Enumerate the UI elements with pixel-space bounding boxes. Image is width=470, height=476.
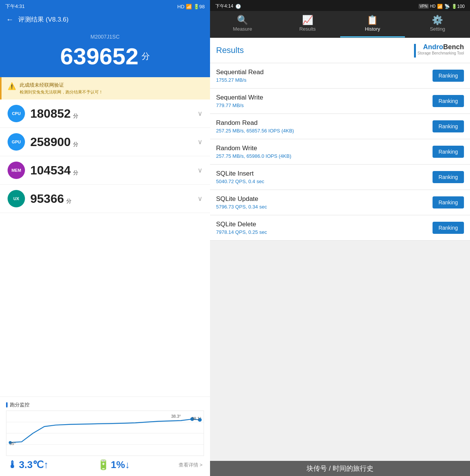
left-panel: 下午4:31 HD 📶 🔋98 ← 评测结果 (V8.3.6) M2007J1S… [0,0,210,476]
benchmark-row-rand-write: Random Write 257.75 MB/s, 65986.0 IOPS (… [210,139,470,165]
gpu-score-item[interactable]: GPU 258900 分 ∨ [0,128,210,156]
ux-score-item[interactable]: UX 95366 分 ∨ [0,185,210,213]
cpu-chevron-icon: ∨ [198,109,202,118]
seq-read-value: 1755.27 MB/s [216,77,264,83]
left-status-bar: 下午4:31 HD 📶 🔋98 [0,0,210,11]
tab-measure[interactable]: 🔍 Measure [210,11,275,37]
seq-read-info: Sequential Read 1755.27 MB/s [216,68,264,83]
page-title: 评测结果 (V8.3.6) [18,15,68,24]
battery-right-icon: 🔋100 [451,4,465,9]
score-value: 639652 [60,43,139,70]
tab-history[interactable]: 📋 History [340,11,405,37]
monitoring-section: 跑分监控 35° 38.3° 38.1° 🌡 [0,397,210,476]
seq-write-name: Sequential Write [216,94,263,101]
gpu-score: 258900 分 [30,135,198,149]
detail-link[interactable]: 查看详情 > [179,462,202,468]
mem-score-item[interactable]: MEM 104534 分 ∨ [0,156,210,185]
results-icon: 📈 [302,16,313,25]
right-status-right: VPN HD 📶 📡 🔋100 [419,4,465,9]
benchmark-row-seq-read: Sequential Read 1755.27 MB/s Ranking [210,63,470,89]
right-time: 下午4:14 [215,3,233,9]
warning-subtitle: 检测到安兔兔无法联网，跑分结果不予认可！ [20,89,103,95]
rand-write-info: Random Write 257.75 MB/s, 65986.0 IOPS (… [216,145,291,159]
rand-read-info: Random Read 257.25 MB/s, 65857.56 IOPS (… [216,119,294,134]
svg-point-4 [190,417,194,421]
monitoring-title: 跑分监控 [6,401,204,408]
sqlite-insert-name: SQLite Insert [216,170,264,177]
sqlite-update-info: SQLite Update 5796.73 QPS, 0.34 sec [216,195,267,210]
mem-score: 104534 分 [30,163,198,177]
left-time: 下午4:31 [5,3,25,10]
gpu-chevron-icon: ∨ [198,138,202,146]
sqlite-insert-info: SQLite Insert 5040.72 QPS, 0.4 sec [216,170,264,184]
ux-chevron-icon: ∨ [198,194,202,203]
seq-read-name: Sequential Read [216,68,264,76]
ux-badge: UX [8,190,25,207]
right-status-left: 下午4:14 🕐 [215,3,241,9]
warning-icon: ⚠️ [8,82,16,90]
rand-read-name: Random Read [216,119,294,127]
seq-write-ranking-button[interactable]: Ranking [433,95,464,107]
setting-label: Setting [430,26,445,32]
results-label: Results [299,26,316,32]
tabs-bar: 🔍 Measure 📈 Results 📋 History ⚙️ Setting [210,11,470,38]
results-header: Results AndroBench Storage Benchmarking … [210,38,470,63]
mem-badge: MEM [8,162,25,179]
rand-read-value: 257.25 MB/s, 65857.56 IOPS (4KB) [216,128,294,134]
gpu-badge: GPU [8,133,25,151]
watermark-footer: 块传号 / 时间的旅行史 [210,461,470,476]
sqlite-delete-name: SQLite Delete [216,221,267,228]
results-section-title: Results [216,45,244,55]
temp-change-stat: 🌡 3.3℃↑ [8,459,48,471]
main-score: 639652 分 [0,43,210,70]
rand-write-ranking-button[interactable]: Ranking [433,146,464,158]
signal-icon: HD 📶 [177,4,192,9]
warning-title: 此成绩未经联网验证 [20,82,103,89]
tab-results[interactable]: 📈 Results [275,11,340,37]
benchmark-row-sqlite-delete: SQLite Delete 7978.14 QPS, 0.25 sec Rank… [210,215,470,241]
battery-level: 🔋98 [193,4,205,9]
logo-bar: AndroBench Storage Benchmarking Tool [414,43,464,58]
sqlite-insert-value: 5040.72 QPS, 0.4 sec [216,179,264,184]
svg-point-5 [198,418,202,422]
thermometer-icon: 🌡 [8,459,17,471]
score-items-list: CPU 180852 分 ∨ GPU 258900 分 ∨ MEM 104534… [0,100,210,397]
sqlite-delete-value: 7978.14 QPS, 0.25 sec [216,229,267,235]
back-button[interactable]: ← [6,15,14,24]
rand-read-ranking-button[interactable]: Ranking [433,120,464,132]
sqlite-update-name: SQLite Update [216,195,267,203]
setting-icon: ⚙️ [432,16,443,25]
sqlite-delete-ranking-button[interactable]: Ranking [433,222,464,234]
benchmark-row-sqlite-update: SQLite Update 5796.73 QPS, 0.34 sec Rank… [210,190,470,215]
tab-setting[interactable]: ⚙️ Setting [405,11,470,37]
sqlite-delete-info: SQLite Delete 7978.14 QPS, 0.25 sec [216,221,267,235]
score-unit: 分 [142,51,150,62]
rand-write-name: Random Write [216,145,291,152]
benchmark-row-rand-read: Random Read 257.25 MB/s, 65857.56 IOPS (… [210,114,470,139]
logo-blue-bar [414,44,416,58]
seq-read-ranking-button[interactable]: Ranking [433,70,464,82]
benchmark-row-sqlite-insert: SQLite Insert 5040.72 QPS, 0.4 sec Ranki… [210,165,470,190]
svg-point-3 [9,441,12,444]
sqlite-update-ranking-button[interactable]: Ranking [433,196,464,208]
rand-write-value: 257.75 MB/s, 65986.0 IOPS (4KB) [216,153,291,159]
vpn-label: VPN [419,4,429,9]
watermark-text: 块传号 / 时间的旅行史 [307,465,374,472]
battery-stat-icon: 🔋 [97,459,109,471]
brand-subtitle: Storage Benchmarking Tool [417,51,464,55]
cpu-badge: CPU [8,105,25,122]
temperature-chart: 35° 38.3° 38.1° [6,411,204,456]
mem-chevron-icon: ∨ [198,166,202,174]
cpu-score-item[interactable]: CPU 180852 分 ∨ [0,100,210,128]
warning-banner: ⚠️ 此成绩未经联网验证 检测到安兔兔无法联网，跑分结果不予认可！ [0,77,210,100]
benchmark-list: Sequential Read 1755.27 MB/s Ranking Seq… [210,63,470,461]
sqlite-insert-ranking-button[interactable]: Ranking [433,171,464,183]
seq-write-value: 779.77 MB/s [216,103,263,108]
brand-name: AndroBench [417,43,464,51]
bottom-stats: 🌡 3.3℃↑ 🔋 1%↓ 查看详情 > [6,456,204,472]
hd-label: HD [430,4,436,8]
ux-score: 95366 分 [30,192,198,206]
measure-icon: 🔍 [237,16,248,25]
seq-write-info: Sequential Write 779.77 MB/s [216,94,263,108]
warning-text: 此成绩未经联网验证 检测到安兔兔无法联网，跑分结果不予认可！ [20,82,103,95]
